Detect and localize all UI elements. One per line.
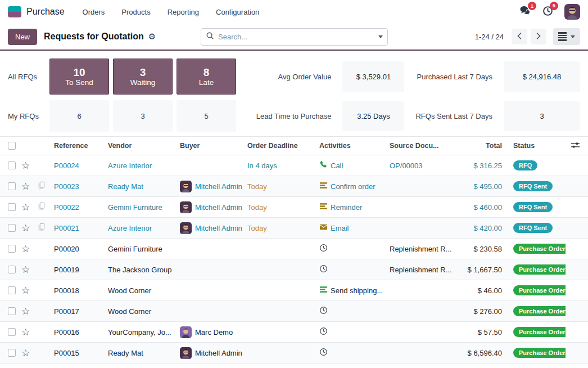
reference-link[interactable]: P00020 xyxy=(54,245,79,253)
vendor-name[interactable]: YourCompany, Jo... xyxy=(108,328,171,336)
buyer-name[interactable]: Mitchell Admin xyxy=(195,182,242,191)
col-status[interactable]: Status xyxy=(509,137,566,155)
row-checkbox[interactable] xyxy=(8,266,16,273)
clock-icon[interactable] xyxy=(319,244,328,254)
reference-link[interactable]: P00023 xyxy=(54,182,79,191)
table-row[interactable]: ☆ P00018 Wood Corner Send shipping... $ … xyxy=(0,280,588,301)
table-row[interactable]: ☆ P00017 Wood Corner $ 276.00 Purchase O… xyxy=(0,301,588,322)
reference-link[interactable]: P00024 xyxy=(54,161,79,170)
favorite-star-icon[interactable]: ☆ xyxy=(21,264,30,275)
user-avatar[interactable] xyxy=(564,4,580,20)
col-reference[interactable]: Reference xyxy=(54,137,108,155)
reference-link[interactable]: P00015 xyxy=(54,349,79,357)
col-source-document[interactable]: Source Docu... xyxy=(390,137,453,155)
row-checkbox[interactable] xyxy=(8,245,16,253)
reference-link[interactable]: P00022 xyxy=(54,203,79,212)
vendor-name[interactable]: Gemini Furniture xyxy=(108,203,162,212)
stat-box-my-late[interactable]: 5 xyxy=(177,100,236,132)
activity-label[interactable]: Email xyxy=(331,224,349,232)
menu-orders[interactable]: Orders xyxy=(83,8,105,16)
favorite-star-icon[interactable]: ☆ xyxy=(21,327,30,338)
clock-icon[interactable] xyxy=(319,264,328,275)
favorite-star-icon[interactable]: ☆ xyxy=(21,285,30,296)
col-total[interactable]: Total xyxy=(453,137,509,155)
table-row[interactable]: ☆ P00023 Ready Mat Mitchell Admin Today … xyxy=(0,176,588,197)
activity-label[interactable]: Reminder xyxy=(331,203,362,212)
row-checkbox[interactable] xyxy=(8,161,16,169)
envelope-icon[interactable] xyxy=(319,223,328,233)
vendor-name[interactable]: Wood Corner xyxy=(108,286,151,295)
col-vendor[interactable]: Vendor xyxy=(108,137,180,155)
col-activities[interactable]: Activities xyxy=(319,137,390,155)
favorite-star-icon[interactable]: ☆ xyxy=(21,202,30,213)
source-document[interactable]: OP/00003 xyxy=(390,161,423,170)
app-name[interactable]: Purchase xyxy=(26,7,65,17)
stat-box-to-send[interactable]: 10 To Send xyxy=(49,59,109,95)
tasks-icon[interactable] xyxy=(319,181,328,191)
stat-box-waiting[interactable]: 3 Waiting xyxy=(113,59,173,95)
clock-icon[interactable] xyxy=(319,306,328,316)
vendor-name[interactable]: Gemini Furniture xyxy=(108,245,162,253)
table-row[interactable]: ☆ P00022 Gemini Furniture Mitchell Admin… xyxy=(0,197,588,218)
pager-next-button[interactable] xyxy=(531,29,546,44)
reference-link[interactable]: P00017 xyxy=(54,307,79,316)
reference-link[interactable]: P00019 xyxy=(54,266,79,274)
row-checkbox[interactable] xyxy=(8,349,16,357)
row-checkbox[interactable] xyxy=(8,328,16,336)
favorite-star-icon[interactable]: ☆ xyxy=(21,160,30,171)
clock-icon[interactable] xyxy=(319,348,328,358)
buyer-name[interactable]: Mitchell Admin xyxy=(195,203,242,212)
odoo-app-logo[interactable] xyxy=(8,6,21,17)
table-row[interactable]: ☆ P00024 Azure Interior In 4 days Call O… xyxy=(0,155,588,176)
buyer-name[interactable]: Mitchell Admin xyxy=(195,224,242,232)
menu-reporting[interactable]: Reporting xyxy=(168,8,199,16)
vendor-name[interactable]: Azure Interior xyxy=(108,224,152,232)
stat-box-my-to-send[interactable]: 6 xyxy=(49,100,109,132)
duplicate-icon[interactable] xyxy=(37,204,46,212)
vendor-name[interactable]: Azure Interior xyxy=(108,161,152,170)
favorite-star-icon[interactable]: ☆ xyxy=(21,348,30,358)
tasks-icon[interactable] xyxy=(319,285,328,295)
row-checkbox[interactable] xyxy=(8,203,16,211)
row-checkbox[interactable] xyxy=(8,182,16,190)
vendor-name[interactable]: Ready Mat xyxy=(108,349,143,357)
favorite-star-icon[interactable]: ☆ xyxy=(21,244,30,254)
optional-columns-sliders-icon[interactable] xyxy=(571,143,580,151)
activities-button[interactable]: 5 xyxy=(542,6,553,19)
vendor-name[interactable]: The Jackson Group xyxy=(108,266,171,274)
tasks-icon[interactable] xyxy=(319,202,328,212)
search-bar[interactable] xyxy=(201,28,388,46)
col-buyer[interactable]: Buyer xyxy=(180,137,247,155)
select-all-checkbox[interactable] xyxy=(8,142,16,150)
table-row[interactable]: ☆ P00016 YourCompany, Jo... Marc Demo $ … xyxy=(0,322,588,343)
gear-icon[interactable]: ⚙ xyxy=(148,32,156,42)
activity-label[interactable]: Send shipping... xyxy=(331,286,383,295)
pager-range[interactable]: 1-24 / 24 xyxy=(475,33,504,41)
duplicate-icon[interactable] xyxy=(37,183,46,191)
reference-link[interactable]: P00016 xyxy=(54,328,79,336)
activity-label[interactable]: Call xyxy=(331,161,343,170)
reference-link[interactable]: P00021 xyxy=(54,224,79,232)
row-checkbox[interactable] xyxy=(8,286,16,294)
menu-products[interactable]: Products xyxy=(121,8,150,16)
table-row[interactable]: ☆ P00020 Gemini Furniture Replenishment … xyxy=(0,239,588,259)
pager-previous-button[interactable] xyxy=(512,29,527,44)
stat-box-late[interactable]: 8 Late xyxy=(177,59,236,95)
favorite-star-icon[interactable]: ☆ xyxy=(21,181,30,192)
activity-label[interactable]: Confirm order xyxy=(331,182,375,191)
search-input[interactable] xyxy=(218,33,378,41)
buyer-name[interactable]: Mitchell Admin xyxy=(195,349,242,357)
reference-link[interactable]: P00018 xyxy=(54,286,79,295)
col-order-deadline[interactable]: Order Deadline xyxy=(247,137,319,155)
new-button[interactable]: New xyxy=(8,29,37,45)
row-checkbox[interactable] xyxy=(8,307,16,315)
table-row[interactable]: ☆ P00019 The Jackson Group Replenishment… xyxy=(0,259,588,280)
row-checkbox[interactable] xyxy=(8,224,16,232)
table-row[interactable]: ☆ P00021 Azure Interior Mitchell Admin T… xyxy=(0,218,588,239)
stat-box-my-waiting[interactable]: 3 xyxy=(113,100,173,132)
clock-icon[interactable] xyxy=(319,327,328,337)
buyer-name[interactable]: Marc Demo xyxy=(195,328,233,336)
search-dropdown-caret-icon[interactable] xyxy=(378,35,383,38)
favorite-star-icon[interactable]: ☆ xyxy=(21,223,30,234)
table-row[interactable]: ☆ P00015 Ready Mat Mitchell Admin $ 6,59… xyxy=(0,343,588,363)
